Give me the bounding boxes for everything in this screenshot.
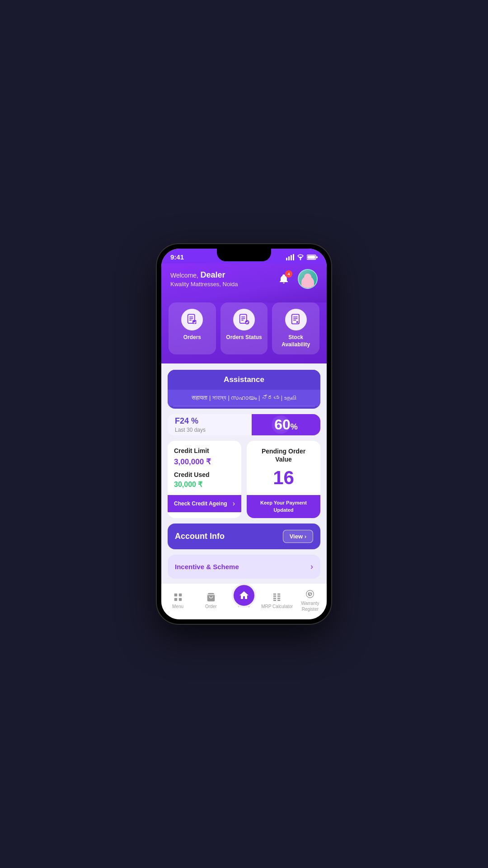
orders-status-icon-wrap bbox=[233, 309, 255, 330]
progress-number: 60 bbox=[274, 416, 291, 433]
company-name: Kwality Mattresses, Noida bbox=[170, 281, 238, 288]
orders-label: Orders bbox=[183, 334, 201, 341]
nav-warranty[interactable]: Warranty Register bbox=[294, 587, 327, 614]
check-credit-ageing-button[interactable]: Check Credit Ageing › bbox=[168, 495, 241, 512]
svg-point-44 bbox=[310, 594, 311, 595]
orders-pending-title: Pending Order Value bbox=[253, 447, 314, 463]
order-icon bbox=[206, 592, 216, 602]
dealer-label: Dealer bbox=[200, 270, 225, 279]
orders-action[interactable]: Orders bbox=[169, 302, 216, 354]
account-info-title: Account Info bbox=[175, 532, 225, 541]
svg-rect-1 bbox=[288, 256, 290, 260]
view-label: View › bbox=[290, 533, 306, 540]
nav-order[interactable]: Order bbox=[194, 590, 227, 611]
notification-badge: 4 bbox=[285, 270, 292, 278]
welcome-text: Welcome, bbox=[170, 272, 198, 279]
mrp-icon bbox=[272, 592, 282, 602]
svg-rect-3 bbox=[293, 254, 294, 260]
orders-card: Pending Order Value 16 Keep Your Payment… bbox=[247, 441, 320, 518]
main-content: Assistance सहायता | সাহাষ্য | സഹായം | ನೆ… bbox=[161, 363, 327, 583]
svg-rect-2 bbox=[291, 255, 292, 260]
nav-mrp[interactable]: MRP Calculator bbox=[261, 590, 294, 611]
svg-rect-39 bbox=[277, 595, 280, 597]
svg-rect-30 bbox=[178, 593, 181, 596]
svg-rect-0 bbox=[286, 258, 287, 260]
assistance-header: Assistance bbox=[168, 370, 320, 390]
svg-rect-36 bbox=[273, 597, 276, 599]
progress-card: F24 % Last 30 days 60% bbox=[168, 414, 320, 435]
bottom-nav: Menu Order Home bbox=[161, 583, 327, 619]
account-info-banner[interactable]: Account Info View › bbox=[168, 524, 320, 549]
header: Welcome, Dealer Kwality Mattresses, Noid… bbox=[161, 264, 327, 302]
svg-rect-29 bbox=[174, 593, 177, 596]
home-button[interactable] bbox=[232, 583, 256, 608]
phone-screen: 9:41 bbox=[161, 249, 327, 619]
svg-point-4 bbox=[300, 259, 301, 260]
nav-menu[interactable]: Menu bbox=[161, 590, 194, 611]
payment-updated-button[interactable]: Keep Your Payment Updated bbox=[247, 495, 320, 518]
orders-icon bbox=[186, 313, 198, 326]
header-right: 4 bbox=[275, 269, 318, 289]
progress-label: F24 % bbox=[175, 416, 244, 426]
credit-used-value: 30,000 ₹ bbox=[174, 480, 235, 489]
orders-icon-wrap bbox=[181, 309, 203, 330]
assistance-card: Assistance सहायता | সাহাষ্য | സഹായം | ನೆ… bbox=[168, 370, 320, 409]
orders-pending-value: 16 bbox=[273, 467, 294, 489]
avatar-image bbox=[299, 270, 317, 288]
welcome-section: Welcome, Dealer Kwality Mattresses, Noid… bbox=[170, 270, 238, 288]
credit-footer-label: Check Credit Ageing bbox=[174, 500, 227, 507]
status-time: 9:41 bbox=[170, 253, 184, 261]
svg-rect-37 bbox=[273, 599, 276, 601]
svg-rect-7 bbox=[308, 255, 315, 259]
svg-rect-6 bbox=[316, 256, 318, 258]
two-col-section: Credit Limit 3,00,000 ₹ Credit Used 30,0… bbox=[168, 441, 320, 518]
progress-value: 60% bbox=[274, 416, 298, 433]
orders-status-icon bbox=[238, 313, 250, 326]
svg-rect-41 bbox=[277, 599, 280, 601]
svg-rect-31 bbox=[174, 598, 177, 600]
stock-action[interactable]: Stock Availability bbox=[272, 302, 319, 354]
stock-label: Stock Availability bbox=[277, 334, 315, 348]
quick-actions: Orders Orders Status bbox=[161, 302, 327, 363]
orders-status-label: Orders Status bbox=[226, 334, 262, 341]
phone-frame: 9:41 bbox=[156, 243, 332, 625]
order-label: Order bbox=[205, 604, 217, 609]
warranty-icon bbox=[305, 589, 315, 599]
credit-used-title: Credit Used bbox=[174, 471, 235, 478]
orders-footer-label: Keep Your Payment Updated bbox=[253, 500, 314, 514]
signal-icon bbox=[286, 254, 294, 260]
home-icon bbox=[239, 590, 249, 601]
orders-body: Pending Order Value 16 bbox=[247, 441, 320, 495]
progress-percent: % bbox=[291, 422, 298, 431]
credit-card: Credit Limit 3,00,000 ₹ Credit Used 30,0… bbox=[168, 441, 241, 518]
notch bbox=[217, 249, 271, 261]
credit-body: Credit Limit 3,00,000 ₹ Credit Used 30,0… bbox=[168, 441, 241, 495]
svg-rect-40 bbox=[277, 597, 280, 599]
avatar[interactable] bbox=[298, 269, 318, 289]
svg-rect-32 bbox=[178, 598, 181, 600]
status-icons bbox=[286, 254, 318, 260]
welcome-greeting: Welcome, Dealer bbox=[170, 270, 238, 280]
incentive-banner[interactable]: Incentive & Scheme › bbox=[168, 555, 320, 579]
assistance-actions bbox=[168, 406, 320, 409]
credit-limit-value: 3,00,000 ₹ bbox=[174, 457, 235, 467]
incentive-arrow: › bbox=[310, 562, 313, 571]
account-info-view-button[interactable]: View › bbox=[283, 530, 313, 543]
menu-icon bbox=[173, 592, 183, 602]
avatar-body bbox=[301, 276, 314, 288]
progress-right: 60% bbox=[252, 414, 320, 435]
incentive-title: Incentive & Scheme bbox=[175, 563, 239, 571]
warranty-label: Warranty Register bbox=[294, 600, 327, 612]
mrp-label: MRP Calculator bbox=[261, 604, 293, 609]
header-top: Welcome, Dealer Kwality Mattresses, Noid… bbox=[170, 269, 318, 289]
assistance-languages: सहायता | সাহাষ্য | സഹായം | ನೆರವು | உதவி bbox=[168, 390, 320, 406]
nav-home: Home bbox=[227, 593, 260, 608]
stock-icon-wrap bbox=[285, 309, 307, 330]
svg-rect-38 bbox=[277, 593, 280, 594]
orders-status-action[interactable]: Orders Status bbox=[221, 302, 268, 354]
notification-bell[interactable]: 4 bbox=[275, 270, 292, 288]
credit-footer-arrow: › bbox=[233, 500, 235, 508]
svg-rect-35 bbox=[273, 595, 276, 597]
battery-icon bbox=[307, 255, 318, 260]
menu-label: Menu bbox=[172, 604, 183, 609]
